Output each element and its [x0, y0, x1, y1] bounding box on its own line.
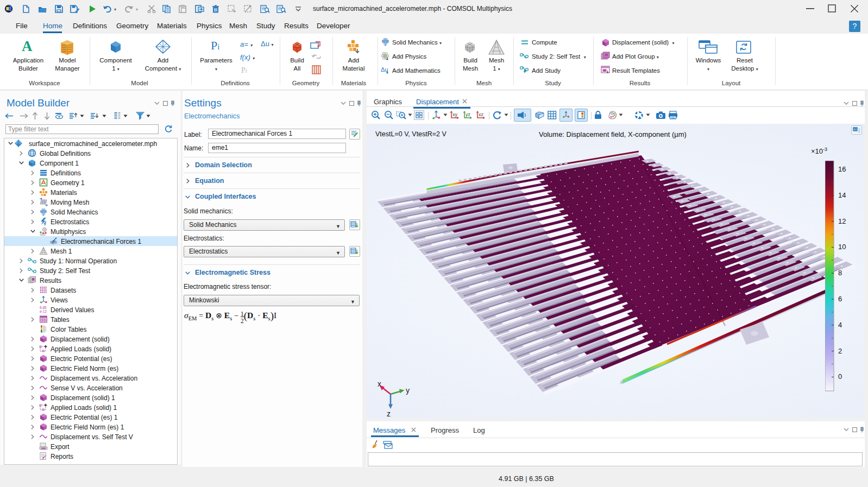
svg-text:yz: yz [466, 112, 471, 117]
svg-text:xz: xz [479, 112, 484, 117]
svg-text:e-12: e-12 [40, 309, 47, 313]
svg-text:x: x [378, 380, 381, 388]
svg-text:y: y [406, 386, 410, 395]
svg-text:xy: xy [452, 112, 458, 117]
svg-text:z: z [387, 409, 391, 418]
svg-text:8.85: 8.85 [40, 306, 47, 309]
